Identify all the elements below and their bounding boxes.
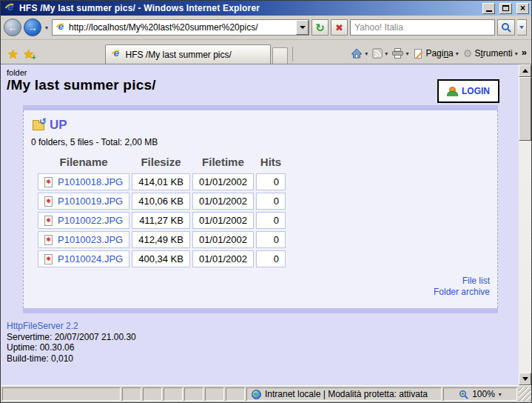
- refresh-button[interactable]: ↻: [312, 19, 329, 36]
- file-time: 01/01/2002: [192, 173, 254, 190]
- feeds-button[interactable]: ▾: [370, 44, 390, 62]
- minimize-icon: [486, 10, 492, 12]
- login-button[interactable]: LOGIN: [437, 79, 499, 103]
- file-size: 400,34 KB: [132, 250, 190, 267]
- tab-bar: ★ ★+ HFS /My last summer pics/ ▾ ▾ ▾ Pag…: [1, 40, 531, 64]
- folder-archive-link[interactable]: Folder archive: [31, 287, 490, 298]
- tools-menu-button[interactable]: ⚙ Strumenti ▾: [461, 44, 520, 62]
- status-panel: [205, 387, 224, 401]
- search-button[interactable]: [497, 19, 515, 36]
- file-size: 411,27 KB: [132, 212, 190, 229]
- file-link[interactable]: P1010023.JPG: [58, 234, 123, 245]
- panel-body: UP 0 folders, 5 files - Total: 2,00 MB F…: [23, 110, 498, 308]
- header-filename: Filename: [38, 154, 129, 171]
- hfs-version-link[interactable]: HttpFileServer 2.2: [7, 321, 78, 331]
- table-row: P1010019.JPG 410,06 KB 01/01/2002 0: [38, 193, 286, 210]
- search-input[interactable]: Yahoo! Italia: [350, 19, 495, 36]
- printer-icon: [392, 48, 403, 59]
- url-text[interactable]: http://localhost/My%20last%20summer%20pi…: [69, 22, 294, 33]
- toolbar-separator: [292, 47, 293, 61]
- forward-button[interactable]: →: [24, 19, 41, 36]
- address-dropdown-button[interactable]: [296, 20, 309, 35]
- stop-icon: ✖: [335, 22, 343, 33]
- vertical-scrollbar[interactable]: [519, 64, 531, 385]
- file-link[interactable]: P1010022.JPG: [58, 215, 123, 226]
- dropdown-arrow-icon: [300, 26, 306, 29]
- file-link[interactable]: P1010018.JPG: [58, 176, 123, 187]
- page-viewport: folder /My last summer pics/ LOGIN UP 0 …: [1, 64, 531, 385]
- buildtime-text: Build-time: 0,010: [7, 353, 519, 364]
- print-button[interactable]: ▾: [390, 44, 411, 62]
- header-filetime: Filetime: [192, 154, 254, 171]
- table-row: P1010024.JPG 400,34 KB 01/01/2002 0: [38, 250, 286, 267]
- file-list-link[interactable]: File list: [31, 276, 490, 287]
- file-time: 01/01/2002: [192, 250, 254, 267]
- page-favicon-icon: [55, 22, 66, 33]
- new-tab-button[interactable]: [272, 47, 288, 64]
- image-file-icon: [44, 177, 53, 187]
- rss-feed-icon: [372, 48, 383, 59]
- file-table: Filename Filesize Filetime Hits P1010018…: [36, 152, 288, 270]
- resize-grip[interactable]: [519, 387, 531, 401]
- file-link[interactable]: P1010024.JPG: [58, 253, 123, 264]
- panel-bottom-bar: [23, 308, 498, 313]
- tab-active[interactable]: HFS /My last summer pics/: [105, 44, 271, 64]
- address-bar[interactable]: http://localhost/My%20last%20summer%20pi…: [52, 19, 309, 36]
- uptime-text: Uptime: 00.30.06: [7, 342, 519, 353]
- zoom-level-text: 100%: [472, 389, 495, 399]
- scroll-up-button[interactable]: [519, 64, 531, 77]
- folder-summary: 0 folders, 5 files - Total: 2,00 MB: [31, 137, 491, 147]
- table-row: P1010018.JPG 414,01 KB 01/01/2002 0: [38, 173, 286, 190]
- back-button[interactable]: ←: [4, 19, 21, 36]
- search-options-dropdown[interactable]: [517, 19, 527, 36]
- browser-window: HFS /My last summer pics/ - Windows Inte…: [0, 0, 532, 403]
- scrollbar-track[interactable]: [519, 77, 531, 373]
- dropdown-arrow-icon: [519, 26, 524, 29]
- folder-up-icon: [33, 122, 44, 130]
- magnifier-icon: [501, 22, 511, 33]
- page-icon: [413, 48, 423, 59]
- table-row: P1010023.JPG 412,49 KB 01/01/2002 0: [38, 231, 286, 248]
- search-placeholder: Yahoo! Italia: [354, 22, 403, 33]
- stop-button[interactable]: ✖: [331, 19, 348, 36]
- tools-menu-dropdown[interactable]: ▾: [515, 50, 518, 57]
- status-panel: [143, 387, 162, 401]
- zoom-control[interactable]: 100% ▾: [443, 387, 517, 401]
- toolbar-overflow-chevron[interactable]: »: [522, 47, 527, 58]
- maximize-icon: [502, 5, 509, 11]
- table-header-row: Filename Filesize Filetime Hits: [38, 154, 286, 171]
- file-hits: 0: [256, 193, 286, 210]
- print-dropdown[interactable]: ▾: [405, 50, 408, 57]
- gear-icon: ⚙: [463, 48, 473, 59]
- minimize-button[interactable]: [482, 3, 495, 14]
- scroll-down-button[interactable]: [519, 373, 531, 385]
- add-favorite-button[interactable]: ★+: [21, 44, 36, 64]
- ie-logo-icon: [4, 3, 16, 14]
- user-icon: [447, 87, 457, 96]
- close-button[interactable]: ×: [516, 3, 529, 14]
- feeds-dropdown[interactable]: ▾: [385, 50, 388, 57]
- file-time: 01/01/2002: [192, 212, 254, 229]
- zoom-dropdown[interactable]: ▾: [499, 391, 502, 398]
- favorites-button[interactable]: ★: [5, 44, 21, 64]
- up-row: UP: [33, 118, 491, 133]
- file-link[interactable]: P1010019.JPG: [58, 196, 123, 207]
- history-dropdown[interactable]: ▾: [44, 24, 50, 31]
- zone-text: Intranet locale | Modalità protetta: att…: [265, 389, 428, 399]
- file-hits: 0: [256, 250, 286, 267]
- page-menu-button[interactable]: Pagina ▾: [411, 44, 460, 62]
- table-row: P1010022.JPG 411,27 KB 01/01/2002 0: [38, 212, 286, 229]
- tab-label: HFS /My last summer pics/: [126, 50, 232, 60]
- status-panel: [164, 387, 183, 401]
- home-dropdown[interactable]: ▾: [365, 50, 368, 57]
- tab-favicon-icon: [110, 50, 121, 60]
- home-icon: [351, 48, 363, 59]
- home-button[interactable]: ▾: [349, 44, 370, 62]
- up-link[interactable]: UP: [50, 118, 67, 133]
- panel-top-bar: [23, 105, 498, 110]
- image-file-icon: [44, 196, 53, 207]
- page-menu-dropdown[interactable]: ▾: [456, 50, 459, 57]
- maximize-button[interactable]: [499, 3, 512, 14]
- scrollbar-thumb[interactable]: [519, 77, 531, 141]
- globe-icon: [252, 390, 261, 399]
